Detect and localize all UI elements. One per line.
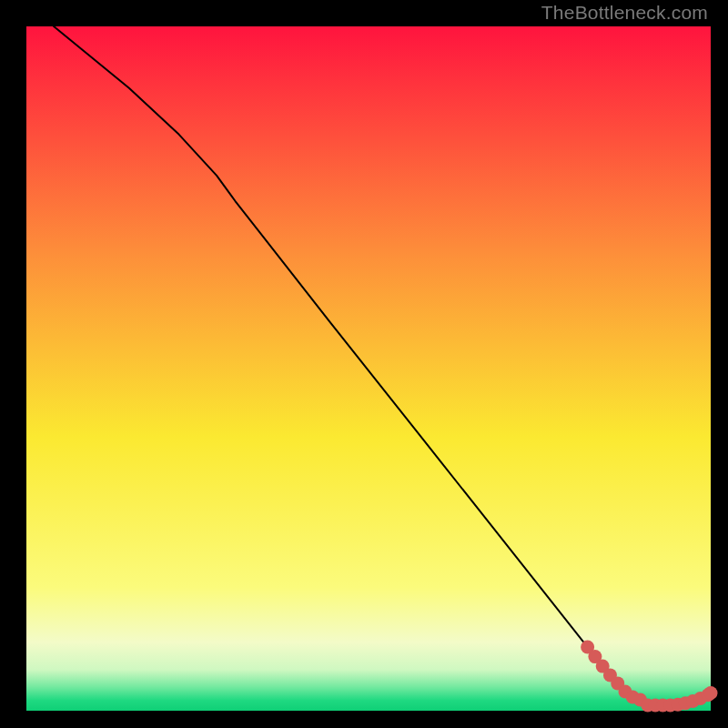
chart-svg xyxy=(0,0,728,728)
plot-area xyxy=(26,26,718,712)
marker-highlight-dots xyxy=(704,686,718,700)
chart-bg xyxy=(26,26,711,711)
chart-container: TheBottleneck.com xyxy=(0,0,728,728)
watermark-text: TheBottleneck.com xyxy=(541,2,708,24)
